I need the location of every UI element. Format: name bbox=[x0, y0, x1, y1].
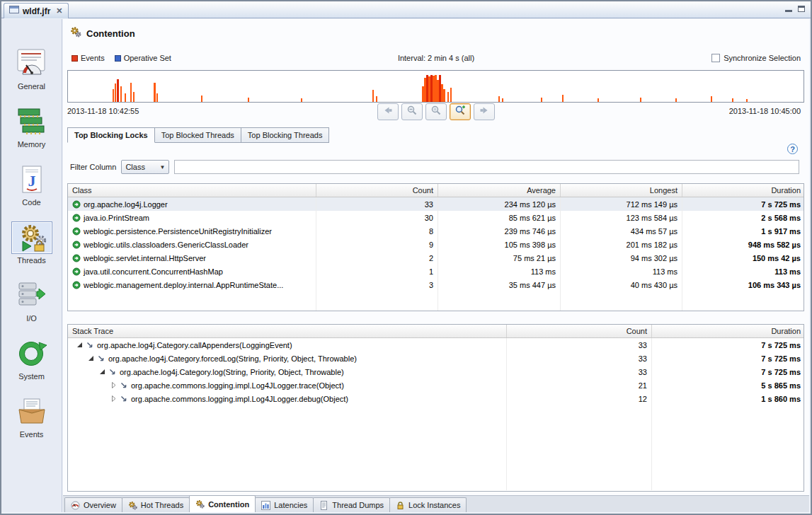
table-row[interactable]: weblogic.management.deploy.internal.AppR… bbox=[68, 278, 804, 291]
column-header-duration[interactable]: Duration bbox=[682, 184, 805, 197]
collapse-icon[interactable] bbox=[88, 355, 94, 361]
class-name: weblogic.utils.classloaders.GenericClass… bbox=[84, 241, 248, 249]
bottom-tab-overview[interactable]: Overview bbox=[64, 497, 122, 512]
column-header-count[interactable]: Count bbox=[507, 325, 652, 337]
count-cell: 30 bbox=[316, 211, 438, 224]
minimize-icon[interactable] bbox=[785, 10, 792, 12]
close-tab-icon[interactable]: ✕ bbox=[54, 6, 62, 16]
count-cell: 3 bbox=[316, 278, 438, 291]
filter-input[interactable] bbox=[174, 160, 799, 174]
restore-icon[interactable] bbox=[798, 6, 805, 12]
memory-icon bbox=[11, 105, 52, 138]
duration-cell: 7 s 725 ms bbox=[652, 365, 805, 378]
table-row[interactable]: java.io.PrintStream3085 ms 621 µs123 ms … bbox=[68, 211, 804, 224]
column-header-class[interactable]: Class bbox=[68, 184, 316, 197]
timeline-toolbar bbox=[377, 103, 495, 120]
stack-trace-table: Stack TraceCountDuration org.apache.log4… bbox=[67, 324, 804, 492]
locks-table-filler bbox=[68, 291, 804, 311]
class-cell: org.apache.log4j.Logger bbox=[68, 197, 316, 211]
longest-cell: 434 ms 57 µs bbox=[561, 224, 682, 238]
tree-row[interactable]: org.apache.log4j.Category.log(String, Pr… bbox=[68, 365, 804, 378]
history-forward-button[interactable] bbox=[474, 103, 495, 120]
expand-icon[interactable] bbox=[110, 395, 117, 402]
tab-top-blocking-locks[interactable]: Top Blocking Locks bbox=[67, 127, 155, 143]
sidebar-item-code[interactable]: JCode bbox=[11, 163, 52, 207]
class-cell: weblogic.utils.classloaders.GenericClass… bbox=[68, 238, 316, 251]
bottom-tab-contention[interactable]: Contention bbox=[189, 495, 256, 512]
duration-cell: 7 s 725 ms bbox=[652, 338, 805, 352]
class-cell: weblogic.management.deploy.internal.AppR… bbox=[68, 278, 316, 291]
filter-column-label: Filter Column bbox=[70, 163, 116, 171]
timeline-bar bbox=[443, 89, 445, 102]
help-icon[interactable]: ? bbox=[787, 144, 798, 154]
table-row[interactable]: java.util.concurrent.ConcurrentHashMap11… bbox=[68, 265, 804, 278]
filter-column-dropdown[interactable]: Class ▼ bbox=[121, 160, 169, 174]
class-icon bbox=[72, 281, 81, 289]
tree-row[interactable]: org.apache.log4j.Category.callAppenders(… bbox=[68, 338, 804, 352]
tree-row[interactable]: org.apache.log4j.Category.forcedLog(Stri… bbox=[68, 352, 804, 365]
tab-top-blocked-threads[interactable]: Top Blocked Threads bbox=[155, 127, 241, 143]
timeline-bar bbox=[376, 96, 377, 102]
table-row[interactable]: weblogic.utils.classloaders.GenericClass… bbox=[68, 238, 804, 251]
filler-cell bbox=[682, 291, 805, 311]
count-cell: 2 bbox=[316, 251, 438, 265]
timeline-chart[interactable] bbox=[67, 70, 804, 103]
editor-tab-title: wldf.jfr bbox=[23, 6, 50, 16]
filler-cell bbox=[316, 291, 438, 311]
table-row[interactable]: org.apache.log4j.Logger33234 ms 120 µs71… bbox=[68, 197, 804, 211]
sidebar-item-i-o[interactable]: I/O bbox=[11, 279, 52, 323]
gauge-icon bbox=[11, 47, 52, 80]
class-cell: java.io.PrintStream bbox=[68, 211, 316, 224]
duration-cell: 113 ms bbox=[682, 265, 805, 278]
zoom-out-button[interactable] bbox=[401, 103, 423, 120]
class-icon bbox=[72, 254, 81, 262]
table-row[interactable]: weblogic.persistence.PersistenceUnitRegi… bbox=[68, 224, 804, 238]
arrow-left-icon bbox=[382, 105, 394, 118]
tree-row[interactable]: org.apache.commons.logging.impl.Log4JLog… bbox=[68, 378, 804, 392]
column-header-duration[interactable]: Duration bbox=[652, 325, 805, 337]
table-row[interactable]: weblogic.servlet.internal.HttpServer275 … bbox=[68, 251, 804, 265]
synchronize-selection[interactable]: Synchronize Selection bbox=[711, 54, 801, 62]
zoom-range-button[interactable] bbox=[425, 103, 447, 120]
column-header-average[interactable]: Average bbox=[438, 184, 561, 197]
expand-icon[interactable] bbox=[110, 382, 117, 388]
zoom-in-button[interactable] bbox=[450, 103, 471, 120]
collapse-icon[interactable] bbox=[99, 369, 105, 375]
count-cell: 33 bbox=[316, 197, 438, 211]
history-back-button[interactable] bbox=[377, 103, 399, 120]
gears-icon bbox=[195, 499, 205, 509]
duration-cell: 2 s 568 ms bbox=[682, 211, 805, 224]
class-name: weblogic.servlet.internal.HttpServer bbox=[84, 254, 206, 262]
column-header-stack-trace[interactable]: Stack Trace bbox=[68, 325, 507, 337]
duration-cell: 150 ms 42 µs bbox=[682, 251, 805, 265]
bottom-tab-lock-instances[interactable]: Lock Instances bbox=[389, 497, 467, 512]
editor-tab-wldf[interactable]: wldf.jfr ✕ bbox=[4, 3, 69, 18]
sidebar-item-events[interactable]: Events bbox=[11, 395, 52, 439]
bottom-tab-hot-threads[interactable]: Hot Threads bbox=[122, 497, 190, 512]
column-header-longest[interactable]: Longest bbox=[561, 184, 682, 197]
chevron-down-icon: ▼ bbox=[159, 164, 165, 170]
average-cell: 35 ms 447 µs bbox=[438, 278, 561, 291]
bottom-tab-thread-dumps[interactable]: Thread Dumps bbox=[313, 497, 390, 512]
sidebar-item-memory[interactable]: Memory bbox=[11, 105, 52, 149]
lock-icon bbox=[396, 501, 405, 510]
timeline-bar bbox=[498, 96, 500, 102]
class-cell: weblogic.servlet.internal.HttpServer bbox=[68, 251, 316, 265]
collapse-icon[interactable] bbox=[76, 342, 83, 348]
bottom-tab-latencies[interactable]: Latencies bbox=[255, 497, 314, 512]
timeline-bar bbox=[130, 83, 132, 102]
timeline-bar bbox=[502, 98, 503, 102]
sidebar-item-general[interactable]: General bbox=[11, 47, 52, 91]
tree-row[interactable]: org.apache.commons.logging.impl.Log4JLog… bbox=[68, 392, 804, 405]
filler-cell bbox=[652, 405, 805, 490]
count-cell: 33 bbox=[507, 338, 652, 352]
view-tabs: Top Blocking LocksTop Blocked ThreadsTop… bbox=[67, 127, 329, 143]
sidebar-item-threads[interactable]: Threads bbox=[11, 221, 52, 265]
column-header-count[interactable]: Count bbox=[316, 184, 438, 197]
stack-table-filler bbox=[68, 405, 804, 490]
synchronize-checkbox[interactable] bbox=[711, 54, 720, 62]
synchronize-label: Synchronize Selection bbox=[724, 54, 801, 62]
tab-top-blocking-threads[interactable]: Top Blocking Threads bbox=[241, 127, 330, 143]
average-cell: 113 ms bbox=[438, 265, 561, 278]
sidebar-item-system[interactable]: System bbox=[11, 337, 52, 381]
